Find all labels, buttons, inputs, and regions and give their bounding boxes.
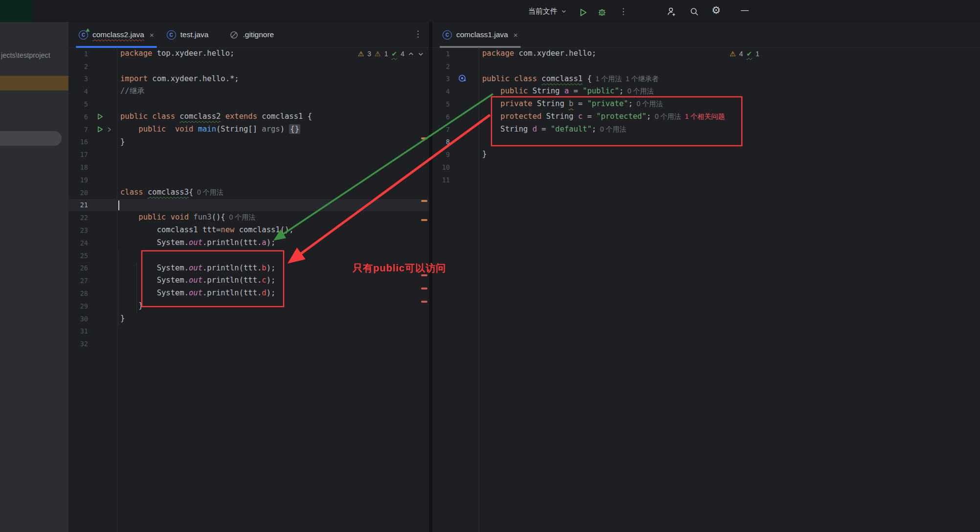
- line-number[interactable]: 4: [432, 88, 452, 95]
- code-line[interactable]: 5 private String b = "private"; 0 个用法: [432, 98, 980, 111]
- line-number[interactable]: 6: [432, 113, 452, 121]
- line-number[interactable]: 7: [432, 126, 452, 133]
- next-issue-chevron-icon[interactable]: [418, 51, 424, 57]
- project-panel-strip[interactable]: jects\testproject: [0, 22, 68, 532]
- window-minimize-button[interactable]: —: [741, 4, 749, 16]
- code-line[interactable]: 9}: [432, 148, 980, 161]
- pane-splitter[interactable]: [429, 22, 432, 532]
- code-line[interactable]: 6public class comclass2 extends comclass…: [68, 111, 429, 123]
- stripe-mark[interactable]: [421, 137, 427, 139]
- run-gutter-icon[interactable]: [96, 113, 104, 120]
- code-line[interactable]: 27 System.out.println(ttt.c);: [68, 274, 429, 287]
- line-number[interactable]: 32: [68, 340, 90, 348]
- prev-issue-chevron-icon[interactable]: [408, 51, 414, 57]
- code-line[interactable]: 16}: [68, 136, 429, 149]
- code-line[interactable]: 29 }: [68, 300, 429, 312]
- line-number[interactable]: 29: [68, 302, 90, 310]
- code-line[interactable]: 30}: [68, 312, 429, 325]
- line-number[interactable]: 16: [68, 138, 90, 146]
- line-number[interactable]: 31: [68, 327, 90, 335]
- line-number[interactable]: 23: [68, 226, 90, 234]
- line-number[interactable]: 28: [68, 289, 90, 297]
- line-number[interactable]: 8: [432, 138, 452, 146]
- code-line[interactable]: 7 public void main(String[] args) {}: [68, 123, 429, 136]
- line-number[interactable]: 10: [432, 163, 452, 171]
- line-number[interactable]: 21: [68, 201, 90, 209]
- code-line[interactable]: 11: [432, 174, 980, 186]
- stripe-mark[interactable]: [421, 301, 427, 303]
- line-number[interactable]: 5: [432, 100, 452, 108]
- line-number[interactable]: 20: [68, 189, 90, 197]
- line-number[interactable]: 27: [68, 277, 90, 285]
- code-line[interactable]: 7 String d = "default"; 0 个用法: [432, 123, 980, 136]
- line-number[interactable]: 5: [68, 100, 90, 108]
- navigate-subclass-gutter-icon[interactable]: [458, 74, 467, 83]
- line-number[interactable]: 18: [68, 163, 90, 171]
- close-icon[interactable]: ×: [150, 31, 154, 39]
- code-line[interactable]: 3import com.xydeer.hello.*;: [68, 73, 429, 86]
- line-number[interactable]: 2: [68, 63, 90, 70]
- tab-test-java[interactable]: C test.java: [160, 22, 215, 47]
- line-number[interactable]: 2: [432, 63, 452, 70]
- tab-comclass2-java[interactable]: C comclass2.java ×: [72, 22, 160, 47]
- line-number[interactable]: 6: [68, 113, 90, 121]
- stripe-mark[interactable]: [421, 288, 427, 289]
- code-line[interactable]: 28 System.out.println(ttt.d);: [68, 287, 429, 300]
- code-line[interactable]: 19: [68, 174, 429, 186]
- line-number[interactable]: 17: [68, 151, 90, 158]
- code-line[interactable]: 4 public String a = "public"; 0 个用法: [432, 85, 980, 98]
- code-line[interactable]: 32: [68, 337, 429, 350]
- code-line[interactable]: 23 comclass1 ttt=new comclass1();: [68, 224, 429, 237]
- line-number[interactable]: 3: [68, 75, 90, 83]
- code-line[interactable]: 10: [432, 161, 980, 174]
- code-line[interactable]: 2: [68, 60, 429, 73]
- line-number[interactable]: 1: [432, 50, 452, 58]
- line-number[interactable]: 24: [68, 239, 90, 247]
- code-area-right[interactable]: 1package com.xydeer.hello;23public class…: [432, 47, 980, 186]
- run-gutter-icon[interactable]: [96, 126, 104, 133]
- run-configuration-selector[interactable]: 当前文件: [528, 5, 567, 17]
- code-line[interactable]: 18: [68, 161, 429, 174]
- line-number[interactable]: 25: [68, 252, 90, 260]
- code-line[interactable]: 20class comclass3{ 0 个用法: [68, 186, 429, 199]
- line-number[interactable]: 9: [432, 151, 452, 158]
- code-line[interactable]: 3public class comclass1 { 1 个用法 1 个继承者: [432, 73, 980, 86]
- tab-comclass1-java[interactable]: C comclass1.java ×: [436, 22, 524, 47]
- code-line[interactable]: 17: [68, 148, 429, 161]
- line-number[interactable]: 4: [68, 88, 90, 95]
- code-line[interactable]: 21: [68, 199, 429, 212]
- code-line[interactable]: 2: [432, 60, 980, 73]
- project-selected-row[interactable]: [0, 131, 62, 146]
- add-user-button[interactable]: [666, 5, 676, 17]
- line-number[interactable]: 22: [68, 214, 90, 222]
- line-number[interactable]: 19: [68, 176, 90, 184]
- stripe-mark[interactable]: [421, 219, 427, 221]
- code-line[interactable]: 5: [68, 98, 429, 111]
- line-number[interactable]: 7: [68, 126, 90, 133]
- code-line[interactable]: 22 public void fun3(){ 0 个用法: [68, 211, 429, 224]
- code-line[interactable]: 6 protected String c = "protected"; 0 个用…: [432, 111, 980, 123]
- code-line[interactable]: 25: [68, 249, 429, 262]
- line-number[interactable]: 3: [432, 75, 452, 83]
- line-number[interactable]: 11: [432, 176, 452, 184]
- inspections-widget-left[interactable]: ⚠3 ⚠1 ✔4: [358, 50, 424, 58]
- search-everywhere-button[interactable]: [690, 6, 699, 18]
- settings-button[interactable]: ⚙: [712, 4, 721, 16]
- stripe-mark[interactable]: [421, 200, 427, 202]
- line-number[interactable]: 1: [68, 50, 90, 58]
- code-line[interactable]: 1package com.xydeer.hello;: [432, 47, 980, 60]
- code-line[interactable]: 8: [432, 136, 980, 149]
- run-button[interactable]: [579, 6, 588, 18]
- tab-gitignore[interactable]: .gitignore: [223, 22, 280, 47]
- code-line[interactable]: 24 System.out.println(ttt.a);: [68, 237, 429, 249]
- debug-button[interactable]: [597, 6, 607, 18]
- inspections-widget-right[interactable]: ⚠4 ✔1: [730, 50, 759, 58]
- project-highlight-row[interactable]: [0, 76, 68, 90]
- code-line[interactable]: 31: [68, 325, 429, 338]
- fold-chevron-icon[interactable]: [106, 127, 112, 133]
- code-line[interactable]: 4//继承: [68, 85, 429, 98]
- line-number[interactable]: 26: [68, 264, 90, 272]
- close-icon[interactable]: ×: [513, 31, 518, 39]
- code-area-left[interactable]: 1package top.xydeer.hello;23import com.x…: [68, 47, 429, 350]
- tab-options-kebab-icon[interactable]: ⋮: [414, 29, 422, 39]
